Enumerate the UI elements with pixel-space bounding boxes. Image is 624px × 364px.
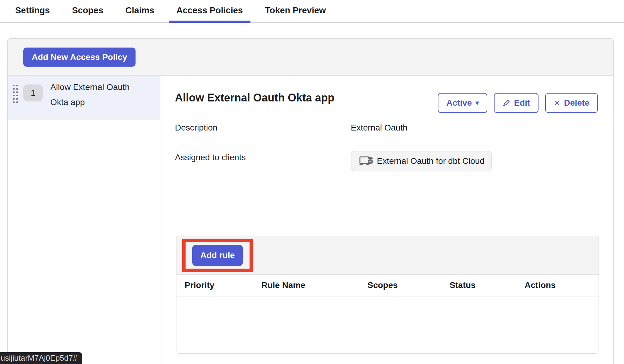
client-chip-label: External Oauth for dbt Cloud (377, 156, 485, 166)
tab-access-policies[interactable]: Access Policies (169, 0, 250, 23)
policy-actions: Active ▾ Edit ✕ Delete (438, 93, 598, 113)
laptop-database-icon (358, 155, 373, 167)
section-divider (175, 206, 598, 206)
client-chip[interactable]: External Oauth for dbt Cloud (351, 151, 492, 171)
card-body: 1 Allow External Oauth Okta app Allow Ex… (8, 76, 613, 364)
tab-claims[interactable]: Claims (126, 0, 154, 23)
assigned-clients-label: Assigned to clients (175, 153, 246, 162)
col-priority: Priority (185, 280, 261, 290)
access-policies-card: Add New Access Policy 1 Allow External O… (7, 38, 614, 364)
edit-button-label: Edit (514, 98, 530, 108)
edit-button[interactable]: Edit (494, 93, 538, 113)
delete-button-label: Delete (564, 98, 589, 108)
rules-toolbar: Add rule (176, 236, 599, 275)
tab-scopes[interactable]: Scopes (72, 0, 103, 23)
chevron-down-icon: ▾ (475, 99, 479, 107)
card-header: Add New Access Policy (8, 39, 613, 76)
policy-priority-badge: 1 (23, 84, 43, 101)
col-actions: Actions (525, 280, 599, 290)
col-rule-name: Rule Name (261, 280, 367, 290)
link-preview-tooltip: usijiutarM7Aj0Ep5d7# (0, 352, 82, 364)
policy-detail: Allow External Oauth Okta app Active ▾ E… (160, 76, 613, 364)
description-value: External Oauth (351, 123, 408, 133)
rules-panel: Add rule Priority Rule Name Scopes Statu… (176, 236, 599, 354)
add-new-access-policy-button[interactable]: Add New Access Policy (23, 48, 136, 67)
annotation-highlight: Add rule (182, 239, 253, 272)
rules-table-body (176, 296, 599, 353)
policy-title: Allow External Oauth Okta app (175, 91, 334, 104)
col-scopes: Scopes (367, 280, 450, 290)
policy-list: 1 Allow External Oauth Okta app (8, 76, 160, 364)
delete-button[interactable]: ✕ Delete (545, 93, 598, 113)
edit-pencil-icon (502, 99, 510, 107)
description-label: Description (175, 123, 217, 133)
rules-table-header: Priority Rule Name Scopes Status Actions (176, 275, 599, 296)
add-rule-button[interactable]: Add rule (192, 245, 243, 266)
policy-name-label: Allow External Oauth Okta app (50, 80, 147, 110)
tab-token-preview[interactable]: Token Preview (265, 0, 326, 23)
col-status: Status (450, 280, 525, 290)
tab-bar: Settings Scopes Claims Access Policies T… (0, 0, 624, 23)
tab-settings[interactable]: Settings (15, 0, 50, 23)
drag-handle-icon[interactable] (13, 85, 18, 103)
close-x-icon: ✕ (554, 98, 560, 108)
active-status-dropdown[interactable]: Active ▾ (438, 93, 487, 113)
active-status-label: Active (446, 98, 472, 108)
policy-list-item[interactable]: 1 Allow External Oauth Okta app (8, 76, 160, 120)
